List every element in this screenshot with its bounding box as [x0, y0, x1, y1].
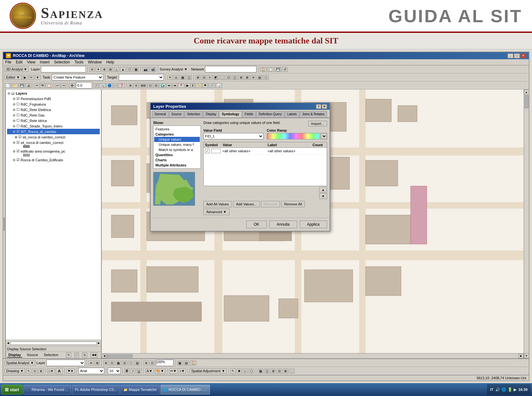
print-btn[interactable]: 🖨: [26, 83, 32, 88]
toolbar-btn-3[interactable]: ⊕: [102, 67, 107, 72]
toolbar-btn-2[interactable]: ✦: [96, 67, 101, 72]
zoom-btn-2[interactable]: ⊖: [134, 83, 139, 88]
row-checkbox[interactable]: ✓: [205, 149, 210, 153]
menu-file[interactable]: File: [5, 60, 11, 64]
layer-input[interactable]: [41, 66, 86, 72]
panel-btn-1[interactable]: ⊙: [66, 353, 71, 358]
draw-btn-x6[interactable]: ⊞: [271, 369, 276, 373]
hyp-btn[interactable]: 🔗: [209, 83, 215, 88]
draw-btn-x1[interactable]: ✱: [237, 369, 242, 373]
layer-name[interactable]: RdC_Rete Elettrica: [21, 108, 51, 112]
edit-btn-4[interactable]: ◫: [186, 75, 192, 80]
draw-btn-x5[interactable]: ◫: [264, 369, 270, 373]
sa-layer-select[interactable]: [46, 360, 85, 366]
draw-btn-x4[interactable]: ▦: [258, 369, 263, 373]
checked-icon[interactable]: ☑: [16, 140, 20, 145]
save-btn[interactable]: 💾: [19, 83, 25, 88]
map-btn-2[interactable]: 🔍: [99, 83, 106, 88]
edit-btn-13[interactable]: ⊠: [245, 75, 250, 80]
survey-label[interactable]: Survey Analyst ▼: [160, 67, 188, 71]
tab-symbology[interactable]: Symbology: [219, 111, 242, 118]
taskbar-item-photoshop[interactable]: Ps Adobe Photoshop CS...: [72, 385, 120, 394]
panel-btn-4[interactable]: ◀◀: [90, 353, 98, 358]
edit-btn-7[interactable]: ≡: [208, 75, 212, 80]
font-size-select[interactable]: 10: [108, 368, 121, 374]
edit-btn-3[interactable]: ▦: [180, 75, 185, 80]
down-button[interactable]: ▼: [319, 193, 327, 199]
draw-btn-rect[interactable]: □▼: [47, 369, 55, 373]
unchecked-icon[interactable]: ☐: [16, 124, 20, 128]
edit-btn-12[interactable]: ⊞: [238, 75, 244, 80]
draw-arrow[interactable]: ↖: [26, 369, 31, 373]
layer-name[interactable]: Rocca di Cambio_Edificato: [21, 158, 63, 162]
sa-btn-10[interactable]: ⊡: [150, 361, 155, 365]
redo-btn[interactable]: ↪: [61, 83, 66, 88]
taskbar-item-rihanna[interactable]: 🎵 Rihanna - We Found ...: [23, 385, 71, 394]
zoom-btn-9[interactable]: 📍: [178, 83, 184, 88]
edit-btn-14[interactable]: ≋: [251, 75, 256, 80]
close-button[interactable]: ✕: [520, 53, 526, 58]
show-item-unique[interactable]: Unique values: [154, 137, 200, 142]
edit-btn-6[interactable]: ⊟: [201, 75, 207, 80]
drawing-dropdown[interactable]: Drawing ▼: [5, 368, 25, 373]
menu-insert[interactable]: Insert: [40, 60, 50, 64]
applica-button[interactable]: Applica: [300, 221, 327, 228]
layer-name[interactable]: RdC_Fognatura: [21, 102, 46, 106]
info-btn[interactable]: ℹ: [191, 83, 195, 88]
tab-source[interactable]: Source: [169, 111, 184, 118]
annulla-button[interactable]: Annulla: [269, 221, 297, 228]
up-button[interactable]: ▲: [319, 187, 327, 193]
tab-selection[interactable]: Selection: [42, 353, 60, 358]
scale-input[interactable]: [76, 82, 92, 89]
draw-btn-x9[interactable]: ⬚: [289, 369, 294, 373]
dialog-close-button[interactable]: ✕: [322, 104, 327, 109]
layer-name[interactable]: sit_rocca di cambio_correzi: [21, 141, 63, 145]
checked-icon[interactable]: ☑: [16, 149, 20, 153]
add-data-btn[interactable]: ➕: [69, 83, 75, 88]
zoom-btn-6[interactable]: 🌍: [159, 83, 166, 88]
color-ramp-select[interactable]: [321, 133, 327, 139]
tab-fields[interactable]: Fields: [242, 111, 256, 118]
checked-icon[interactable]: ☑: [16, 129, 20, 134]
draw-btn-x2[interactable]: ◇: [243, 369, 248, 373]
draw-btn-1[interactable]: ⊙: [32, 369, 37, 373]
sa-btn-8[interactable]: ▤: [135, 361, 140, 365]
tab-display[interactable]: Display: [203, 111, 219, 118]
panel-btn-3[interactable]: ◎: [82, 353, 87, 358]
checked-icon[interactable]: ☑: [16, 158, 20, 162]
draw-fill-color[interactable]: •▼: [179, 368, 186, 373]
show-item-categories[interactable]: Categories: [154, 132, 200, 137]
toolbar-arrow[interactable]: ▶: [23, 75, 28, 80]
toolbar-btn-7[interactable]: ⬡: [127, 67, 132, 72]
paste-btn[interactable]: 📋: [46, 83, 52, 88]
tab-general[interactable]: General: [152, 111, 169, 118]
sa-btn-9[interactable]: ⊕: [144, 361, 149, 365]
draw-underline-btn[interactable]: U: [136, 368, 142, 373]
sa-zoom-select[interactable]: 100%: [156, 360, 173, 366]
draw-arrow-tool[interactable]: ↖: [230, 368, 236, 374]
edit-btn-16[interactable]: ⬡: [263, 75, 269, 80]
map-btn-4[interactable]: □: [113, 83, 118, 88]
layer-name[interactable]: RdC_Rete Gas: [21, 113, 45, 117]
draw-bold-btn[interactable]: B: [124, 368, 130, 373]
add-all-values-button[interactable]: Add All Values: [203, 201, 232, 207]
layer-name[interactable]: Perimetrazioni PdR: [21, 97, 51, 101]
font-name-select[interactable]: Arial: [79, 368, 104, 374]
minimize-button[interactable]: _: [508, 53, 513, 58]
edit-btn-9[interactable]: ⬚: [219, 75, 225, 80]
editor-dropdown[interactable]: Editor ▼: [5, 75, 22, 80]
draw-color-bg[interactable]: 🎨▼: [155, 368, 165, 374]
toolbar-btn-6[interactable]: ▲: [120, 67, 126, 72]
copy-btn[interactable]: ⧉: [40, 83, 45, 88]
toolbar-drop[interactable]: ▼: [35, 75, 41, 80]
scroll-right-btn[interactable]: ▶: [518, 354, 524, 358]
tab-source[interactable]: Source: [25, 353, 39, 358]
sa-btn-1[interactable]: ≋: [89, 361, 94, 365]
network-btn-1[interactable]: 🏠: [260, 67, 266, 72]
scroll-thumb-v[interactable]: [525, 95, 528, 108]
unchecked-icon[interactable]: ☐: [16, 118, 20, 123]
zoom-btn-10[interactable]: ▶: [185, 83, 190, 88]
font-select[interactable]: Arial: [79, 368, 104, 374]
tab-display[interactable]: Display: [7, 353, 22, 358]
display-source-selection[interactable]: Display Source Selection: [7, 347, 46, 351]
